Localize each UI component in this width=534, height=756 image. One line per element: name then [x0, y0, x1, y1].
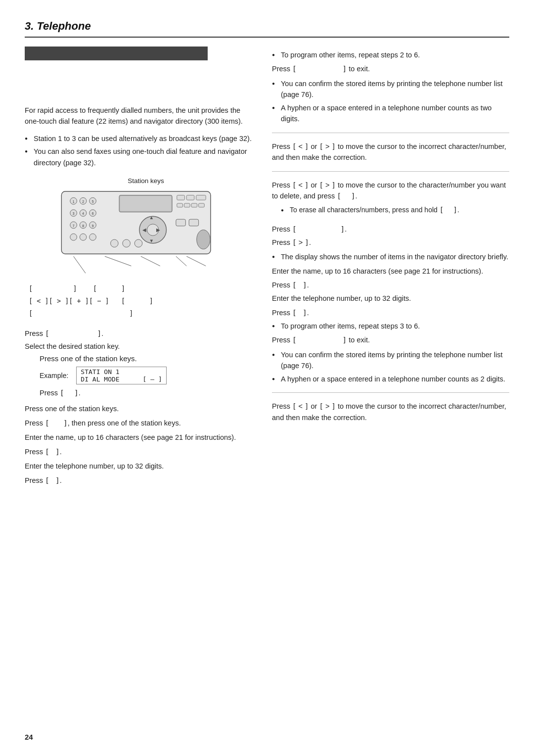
key-label-row-3: [ ]: [29, 308, 133, 319]
svg-rect-24: [177, 195, 185, 200]
delete-bullet-erase: To erase all characters/numbers, press a…: [281, 205, 509, 216]
nav-bullet-display: The display shows the number of items in…: [272, 251, 509, 262]
key-label-row-2: [ < ][ > ][ + ][ − ] [ ]: [29, 295, 153, 307]
left-step-press-station: Press one of the station keys.: [25, 403, 252, 415]
svg-rect-30: [199, 203, 205, 207]
left-step-press-number: Press [ ].: [25, 475, 252, 486]
page-wrapper: 3. Telephone For rapid access to frequen…: [0, 0, 534, 756]
press-after-example: Press [ ].: [40, 387, 252, 399]
key-label-row-1: [ ] [ ]: [29, 283, 125, 294]
svg-point-41: [134, 239, 142, 247]
svg-text:9: 9: [92, 224, 94, 228]
nav-bullet-repeat: To program other items, repeat steps 3 t…: [272, 321, 509, 331]
svg-rect-26: [196, 195, 206, 200]
svg-text:8: 8: [82, 224, 84, 228]
right-press-exit-1: Press [ ] to exit.: [272, 63, 509, 75]
right-bullets-confirm: You can confirm the stored items by prin…: [272, 78, 509, 125]
svg-line-47: [74, 256, 86, 273]
right-delete-block: Press [ < ] or [ > ] to move the cursor …: [272, 180, 509, 216]
svg-text:3: 3: [73, 212, 75, 216]
svg-text:7: 7: [73, 224, 75, 228]
svg-rect-37: [176, 220, 185, 227]
nav-press-number: Press [ ].: [272, 307, 509, 319]
svg-point-40: [123, 239, 131, 247]
delete-text: Press [ < ] or [ > ] to move the cursor …: [272, 180, 509, 202]
nav-bullet-1: The display shows the number of items in…: [272, 251, 509, 262]
right-top-bullets: To program other items, repeat steps 2 t…: [272, 49, 509, 60]
svg-text:6: 6: [92, 212, 94, 216]
nav-enter-name: Enter the name, up to 16 characters (see…: [272, 266, 509, 277]
right-press-nav-2: Press [ > ].: [272, 237, 509, 248]
left-step-press-1: Press [ ].: [25, 328, 252, 339]
example-label: Example:: [40, 372, 68, 379]
delete-bullets: To erase all characters/numbers, press a…: [272, 205, 509, 216]
page-number: 24: [25, 733, 33, 741]
section-dark-bar: [25, 47, 208, 60]
nav-press-name: Press [ ].: [272, 280, 509, 291]
svg-rect-25: [186, 195, 194, 200]
nav-bullet-confirm: You can confirm the stored items by prin…: [272, 349, 509, 372]
divider-1: [272, 133, 509, 133]
svg-text:5: 5: [92, 200, 94, 203]
nav-press-exit: Press [ ] to exit.: [272, 334, 509, 346]
svg-line-43: [105, 256, 132, 266]
left-step-select: Select the desired station key.: [25, 342, 252, 350]
svg-text:◀: ◀: [142, 228, 146, 233]
right-correction-block: Press [ < ] or [ > ] to move the cursor …: [272, 141, 509, 163]
right-nav-steps: Press [ ]. Press [ > ]. The display show…: [272, 224, 509, 384]
bottom-correction-text: Press [ < ] or [ > ] to move the cursor …: [272, 401, 509, 423]
nav-bullet-repeat: To program other items, repeat steps 3 t…: [272, 321, 509, 331]
example-row: Example: STATI ON 1DI AL MODE [ – ]: [40, 367, 252, 384]
svg-point-23: [89, 234, 96, 241]
left-step-enter-number: Enter the telephone number, up to 32 dig…: [25, 461, 252, 472]
left-step-press-name: Press [ ].: [25, 446, 252, 458]
two-col-layout: For rapid access to frequently dialled n…: [25, 47, 509, 490]
nav-enter-number: Enter the telephone number, up to 32 dig…: [272, 293, 509, 304]
example-block: Example: STATI ON 1DI AL MODE [ – ] Pres…: [25, 367, 252, 399]
col-right: To program other items, repeat steps 2 t…: [272, 47, 509, 490]
left-step-press-then: Press [ ], then press one of the station…: [25, 418, 252, 429]
bullet-item-1: Station 1 to 3 can be used alternatively…: [25, 133, 252, 144]
left-step-enter-name: Enter the name, up to 16 characters (see…: [25, 432, 252, 443]
device-svg: 1 2 5 3 4 6 7 8 9: [54, 187, 222, 276]
divider-2: [272, 171, 509, 172]
nav-bullets-bottom: You can confirm the stored items by prin…: [272, 349, 509, 384]
svg-point-42: [197, 230, 210, 249]
right-bullet-hyphen-1: A hyphen or a space entered in a telepho…: [272, 102, 509, 125]
right-top-block: To program other items, repeat steps 2 t…: [272, 49, 509, 125]
svg-point-22: [80, 234, 87, 241]
svg-text:2: 2: [82, 200, 84, 203]
svg-text:▼: ▼: [149, 238, 154, 243]
intro-text: For rapid access to frequently dialled n…: [25, 105, 252, 127]
right-bullet-confirm-1: You can confirm the stored items by prin…: [272, 78, 509, 100]
svg-point-39: [111, 239, 119, 247]
svg-line-44: [141, 256, 160, 266]
left-step-indent-1: Press one of the station keys.: [25, 354, 252, 363]
svg-rect-2: [120, 196, 171, 211]
svg-rect-28: [184, 203, 190, 207]
svg-text:▲: ▲: [149, 215, 154, 221]
example-box: STATI ON 1DI AL MODE [ – ]: [76, 367, 166, 384]
right-bottom-correction: Press [ < ] or [ > ] to move the cursor …: [272, 401, 509, 423]
svg-line-46: [186, 256, 206, 266]
page-title: 3. Telephone: [25, 20, 91, 32]
indent-text-1: Press one of the station keys.: [40, 354, 252, 363]
svg-text:4: 4: [82, 212, 84, 216]
svg-text:▶: ▶: [156, 228, 160, 233]
svg-rect-27: [177, 203, 183, 207]
svg-point-21: [70, 234, 77, 241]
right-press-nav-1: Press [ ].: [272, 224, 509, 235]
bullet-item-2: You can also send faxes using one-touch …: [25, 146, 252, 168]
svg-line-45: [176, 256, 186, 266]
divider-3: [272, 392, 509, 393]
device-diagram: 1 2 5 3 4 6 7 8 9: [54, 187, 222, 277]
intro-bullets: Station 1 to 3 can be used alternatively…: [25, 133, 252, 168]
left-steps: Press [ ]. Select the desired station ke…: [25, 328, 252, 487]
svg-text:1: 1: [73, 200, 75, 203]
svg-rect-29: [191, 203, 197, 207]
right-bullet-repeat: To program other items, repeat steps 2 t…: [272, 49, 509, 60]
station-keys-label: Station keys: [40, 177, 252, 185]
svg-rect-38: [189, 220, 198, 227]
nav-bullet-hyphen: A hyphen or a space entered in a telepho…: [272, 374, 509, 384]
correction-text: Press [ < ] or [ > ] to move the cursor …: [272, 141, 509, 163]
